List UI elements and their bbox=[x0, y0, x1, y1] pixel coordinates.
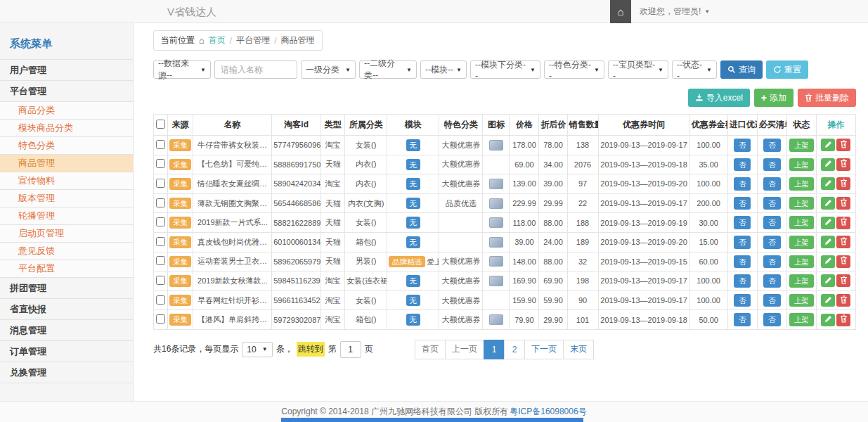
must-buy-toggle[interactable]: 否 bbox=[763, 313, 781, 326]
edit-button[interactable] bbox=[821, 158, 835, 171]
import-select-toggle[interactable]: 否 bbox=[734, 216, 751, 229]
level2-category-select[interactable]: --二级分类--▼ bbox=[359, 60, 417, 79]
sidebar-item-goods-management[interactable]: 商品管理 bbox=[0, 154, 133, 172]
delete-button[interactable] bbox=[836, 274, 850, 287]
import-select-toggle[interactable]: 否 bbox=[734, 158, 751, 172]
sidebar-item-module-goods-category[interactable]: 模块商品分类 bbox=[0, 119, 133, 136]
must-buy-toggle[interactable]: 否 bbox=[763, 294, 781, 307]
row-checkbox[interactable] bbox=[156, 314, 165, 324]
header-home-button[interactable]: ⌂ bbox=[610, 0, 631, 23]
edit-button[interactable] bbox=[821, 255, 835, 268]
import-select-toggle[interactable]: 否 bbox=[734, 139, 751, 152]
pager-last[interactable]: 末页 bbox=[563, 340, 594, 359]
status-toggle[interactable]: 上架 bbox=[789, 139, 814, 152]
sidebar-item-carousel-management[interactable]: 轮播管理 bbox=[0, 207, 133, 224]
sidebar-item-user-management[interactable]: 用户管理 bbox=[0, 59, 133, 80]
delete-button[interactable] bbox=[836, 197, 850, 210]
select-all-checkbox[interactable] bbox=[156, 120, 165, 129]
sidebar-item-cutoff-item[interactable] bbox=[0, 383, 133, 401]
breadcrumb-item-platform[interactable]: 平台管理 bbox=[236, 34, 270, 46]
status-toggle[interactable]: 上架 bbox=[789, 313, 814, 326]
status-toggle[interactable]: 上架 bbox=[789, 294, 814, 307]
breadcrumb-item-goods[interactable]: 商品管理 bbox=[281, 34, 315, 46]
row-checkbox[interactable] bbox=[156, 159, 165, 168]
module-sub-category-select[interactable]: --模块下分类--▼ bbox=[470, 60, 540, 79]
name-input[interactable] bbox=[214, 60, 297, 79]
delete-button[interactable] bbox=[836, 255, 850, 268]
edit-button[interactable] bbox=[821, 217, 835, 229]
import-select-toggle[interactable]: 否 bbox=[734, 274, 751, 288]
must-buy-toggle[interactable]: 否 bbox=[763, 236, 781, 249]
edit-button[interactable] bbox=[821, 177, 835, 190]
import-select-toggle[interactable]: 否 bbox=[734, 313, 751, 326]
status-toggle[interactable]: 上架 bbox=[789, 177, 814, 191]
sidebar-item-groupbuy-management[interactable]: 拼团管理 bbox=[0, 277, 133, 298]
sidebar-item-promo-materials[interactable]: 宣传物料 bbox=[0, 172, 133, 189]
sidebar-item-order-management[interactable]: 订单管理 bbox=[0, 340, 133, 362]
jump-page-input[interactable] bbox=[340, 341, 361, 358]
user-menu[interactable]: 欢迎您，管理员! ▼ bbox=[631, 6, 720, 18]
feature-category-select[interactable]: --特色分类--▼ bbox=[544, 60, 604, 79]
sidebar-item-feedback[interactable]: 意见反馈 bbox=[0, 242, 133, 260]
status-select[interactable]: --状态--▼ bbox=[672, 60, 717, 79]
sidebar-item-platform-management[interactable]: 平台管理 bbox=[0, 80, 133, 101]
pager-first[interactable]: 首页 bbox=[415, 340, 446, 359]
sidebar-item-splash-page-management[interactable]: 启动页管理 bbox=[0, 224, 133, 242]
status-toggle[interactable]: 上架 bbox=[789, 158, 814, 172]
level1-category-select[interactable]: 一级分类▼ bbox=[301, 60, 356, 79]
sidebar-item-express-report[interactable]: 省直快报 bbox=[0, 298, 133, 319]
edit-button[interactable] bbox=[821, 274, 835, 287]
pager-prev[interactable]: 上一页 bbox=[445, 340, 484, 359]
row-checkbox[interactable] bbox=[156, 256, 165, 265]
import-select-toggle[interactable]: 否 bbox=[734, 255, 751, 269]
row-checkbox[interactable] bbox=[156, 198, 165, 207]
delete-button[interactable] bbox=[836, 314, 850, 326]
icp-link[interactable]: 粤ICP备16098006号 bbox=[510, 406, 586, 418]
per-page-select[interactable]: 10 ▼ bbox=[242, 342, 272, 357]
edit-button[interactable] bbox=[821, 236, 835, 248]
delete-button[interactable] bbox=[836, 177, 850, 190]
pager-next[interactable]: 下一页 bbox=[524, 340, 564, 359]
item-type-select[interactable]: --宝贝类型--▼ bbox=[608, 60, 668, 79]
sidebar-item-message-management[interactable]: 消息管理 bbox=[0, 319, 133, 340]
data-source-select[interactable]: --数据来源--▼ bbox=[153, 60, 211, 79]
row-checkbox[interactable] bbox=[156, 140, 165, 149]
row-checkbox[interactable] bbox=[156, 237, 165, 246]
add-button[interactable]: + 添加 bbox=[754, 89, 793, 107]
status-toggle[interactable]: 上架 bbox=[789, 236, 814, 249]
row-checkbox[interactable] bbox=[156, 179, 165, 188]
breadcrumb-home-link[interactable]: 首页 bbox=[209, 34, 226, 46]
edit-button[interactable] bbox=[821, 294, 835, 307]
must-buy-toggle[interactable]: 否 bbox=[763, 255, 781, 269]
sidebar-item-platform-config[interactable]: 平台配置 bbox=[0, 260, 133, 277]
delete-button[interactable] bbox=[836, 294, 850, 307]
row-checkbox[interactable] bbox=[156, 217, 165, 226]
must-buy-toggle[interactable]: 否 bbox=[763, 216, 781, 229]
must-buy-toggle[interactable]: 否 bbox=[763, 139, 781, 152]
import-select-toggle[interactable]: 否 bbox=[734, 177, 751, 191]
sidebar-item-version-management[interactable]: 版本管理 bbox=[0, 189, 133, 207]
delete-button[interactable] bbox=[836, 217, 850, 229]
bulk-delete-button[interactable]: 批量删除 bbox=[798, 89, 856, 107]
import-select-toggle[interactable]: 否 bbox=[734, 294, 751, 307]
delete-button[interactable] bbox=[836, 139, 850, 151]
sidebar-item-feature-category[interactable]: 特色分类 bbox=[0, 136, 133, 154]
sidebar-item-exchange-management[interactable]: 兑换管理 bbox=[0, 362, 133, 383]
pager-page-1[interactable]: 1 bbox=[484, 340, 505, 359]
search-button[interactable]: 查询 bbox=[720, 60, 763, 79]
reset-button[interactable]: 重置 bbox=[766, 60, 808, 79]
must-buy-toggle[interactable]: 否 bbox=[763, 177, 781, 191]
module-select[interactable]: --模块--▼ bbox=[420, 60, 467, 79]
must-buy-toggle[interactable]: 否 bbox=[763, 158, 781, 172]
edit-button[interactable] bbox=[821, 314, 835, 326]
status-toggle[interactable]: 上架 bbox=[789, 274, 814, 288]
status-toggle[interactable]: 上架 bbox=[789, 197, 814, 210]
edit-button[interactable] bbox=[821, 197, 835, 210]
status-toggle[interactable]: 上架 bbox=[789, 255, 814, 269]
status-toggle[interactable]: 上架 bbox=[789, 216, 814, 229]
row-checkbox[interactable] bbox=[156, 295, 165, 305]
pager-page-2[interactable]: 2 bbox=[504, 340, 525, 359]
must-buy-toggle[interactable]: 否 bbox=[763, 197, 781, 210]
row-checkbox[interactable] bbox=[156, 276, 165, 285]
delete-button[interactable] bbox=[836, 158, 850, 171]
